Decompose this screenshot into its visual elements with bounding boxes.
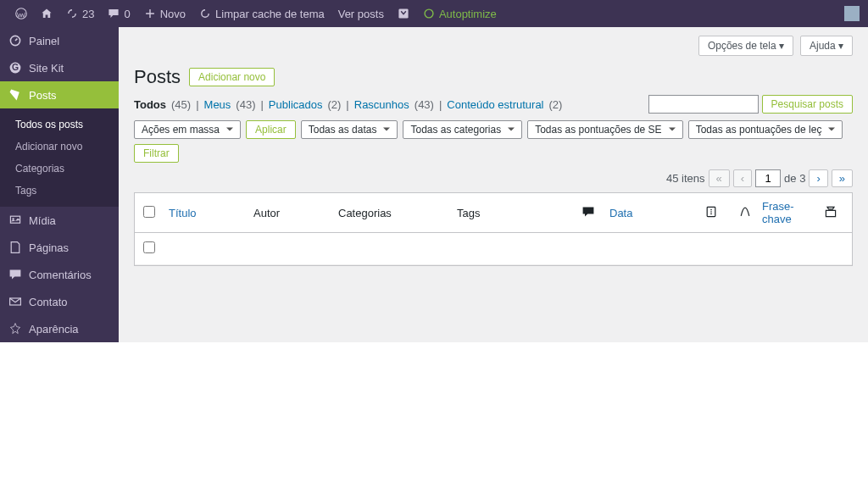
sidebar-posts[interactable]: Posts	[0, 81, 119, 108]
sidebar-dashboard[interactable]: Painel	[0, 27, 119, 54]
filter-structural[interactable]: Conteúdo estrutural	[447, 98, 543, 111]
pagination: 45 itens « ‹ de 3 › »	[119, 169, 868, 192]
svg-point-12	[710, 213, 712, 214]
admin-sidebar: Painel GSite Kit Posts Todos os posts Ad…	[0, 27, 119, 342]
col-categories: Categorias	[338, 207, 457, 219]
bulk-action-select[interactable]: Ações em massa	[134, 120, 241, 139]
col-title[interactable]: Título	[169, 207, 253, 219]
col-tags: Tags	[457, 207, 567, 219]
page-next[interactable]: ›	[809, 169, 827, 187]
page-last[interactable]: »	[832, 169, 853, 187]
col-seo-icon[interactable]	[694, 205, 728, 221]
screen-options-button[interactable]: Opções de tela ▾	[698, 36, 793, 56]
status-filters: Todos(45) | Meus(43) | Publicados(2) | R…	[119, 95, 868, 120]
row-checkbox[interactable]	[143, 241, 155, 253]
filter-drafts[interactable]: Rascunhos	[354, 98, 409, 111]
view-posts-link[interactable]: Ver posts	[331, 8, 391, 20]
col-readability-icon[interactable]	[728, 205, 762, 221]
clear-cache-link[interactable]: Limpar cache de tema	[192, 8, 331, 20]
apply-button[interactable]: Aplicar	[246, 120, 296, 139]
filter-mine[interactable]: Meus	[204, 98, 231, 111]
search-input[interactable]	[648, 95, 759, 114]
sidebar-comments[interactable]: Comentários	[0, 261, 119, 288]
comments-link[interactable]: 0	[101, 8, 136, 20]
help-button[interactable]: Ajuda ▾	[800, 36, 853, 56]
col-date[interactable]: Data	[609, 207, 694, 219]
submenu-add-new[interactable]: Adicionar novo	[0, 136, 119, 158]
filter-published[interactable]: Publicados	[269, 98, 323, 111]
col-comments-icon[interactable]	[567, 205, 609, 221]
svg-point-10	[710, 208, 712, 210]
wp-logo[interactable]	[8, 8, 34, 19]
search-button[interactable]: Pesquisar posts	[762, 95, 853, 114]
yoast-icon[interactable]	[391, 8, 416, 19]
add-new-button[interactable]: Adicionar novo	[189, 68, 275, 86]
categories-select[interactable]: Todas as categorias	[403, 120, 522, 139]
user-avatar[interactable]	[844, 6, 860, 21]
col-keyword[interactable]: Frase-chave	[762, 200, 818, 225]
submenu-all-posts[interactable]: Todos os posts	[0, 114, 119, 136]
table-row	[135, 233, 852, 265]
svg-point-2	[425, 9, 433, 18]
sidebar-media[interactable]: Mídia	[0, 207, 119, 234]
filter-button[interactable]: Filtrar	[134, 144, 179, 163]
main-content: Opções de tela ▾ Ajuda ▾ Posts Adicionar…	[119, 27, 868, 342]
page-input[interactable]	[755, 169, 781, 187]
readability-select[interactable]: Todas as pontuações de leç	[688, 120, 843, 139]
sidebar-pages[interactable]: Páginas	[0, 234, 119, 261]
page-prev[interactable]: ‹	[733, 169, 752, 187]
sidebar-contact[interactable]: Contato	[0, 288, 119, 315]
dates-select[interactable]: Todas as datas	[301, 120, 398, 139]
seo-score-select[interactable]: Todas as pontuações de SE	[527, 120, 682, 139]
filter-all[interactable]: Todos	[134, 98, 166, 111]
posts-table: Título Autor Categorias Tags Data Frase-…	[134, 192, 853, 266]
admin-toolbar: 23 0 Novo Limpar cache de tema Ver posts…	[0, 0, 868, 27]
svg-point-11	[710, 211, 712, 213]
page-title: Posts	[134, 66, 181, 88]
sidebar-appearance[interactable]: Aparência	[0, 315, 119, 342]
autoptimize-link[interactable]: Autoptimize	[416, 8, 504, 20]
submenu-categories[interactable]: Categorias	[0, 158, 119, 180]
posts-submenu: Todos os posts Adicionar novo Categorias…	[0, 108, 119, 207]
table-header: Título Autor Categorias Tags Data Frase-…	[135, 193, 852, 233]
page-first[interactable]: «	[709, 169, 730, 187]
submenu-tags[interactable]: Tags	[0, 180, 119, 202]
updates-link[interactable]: 23	[59, 8, 101, 20]
sidebar-sitekit[interactable]: GSite Kit	[0, 54, 119, 81]
home-icon[interactable]	[34, 8, 59, 19]
col-author: Autor	[253, 207, 338, 219]
svg-text:G: G	[12, 63, 19, 72]
select-all-checkbox[interactable]	[143, 206, 155, 218]
col-links-icon[interactable]	[818, 205, 843, 221]
new-link[interactable]: Novo	[137, 8, 192, 20]
bulk-actions-row: Ações em massa Aplicar Todas as datas To…	[119, 120, 868, 169]
